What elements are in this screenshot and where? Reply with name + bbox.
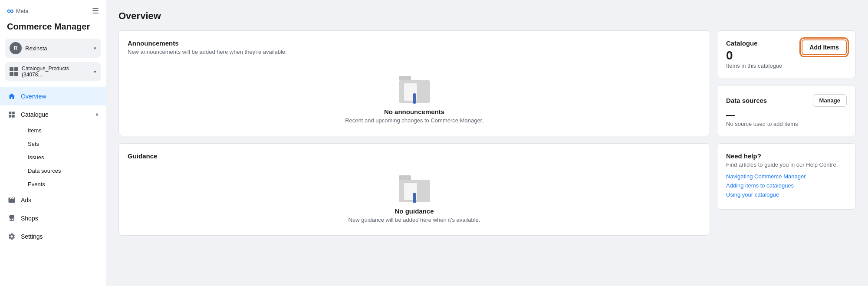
data-sources-title: Data sources	[726, 97, 767, 104]
catalogue-widget: Catalogue 0 Items in this catalogue Add …	[717, 30, 856, 78]
app-title: Commerce Manager	[0, 20, 106, 37]
account-chevron-icon: ▾	[94, 46, 96, 51]
announcements-card: Announcements New announcements will be …	[118, 30, 710, 136]
content-grid: Announcements New announcements will be …	[118, 30, 856, 236]
ads-label: Ads	[21, 197, 31, 204]
sidebar-nav: Overview Catalogue ∧ Items Sets Issues D…	[0, 87, 106, 286]
announcements-empty-state: No announcements Recent and upcoming cha…	[128, 62, 701, 127]
hamburger-icon[interactable]: ☰	[92, 6, 99, 16]
help-link-using[interactable]: Using your catalogue	[726, 191, 847, 198]
manage-button[interactable]: Manage	[813, 94, 847, 107]
sidebar-item-overview[interactable]: Overview	[0, 87, 106, 105]
catalogue-chevron-icon: ▾	[94, 69, 96, 75]
announcements-title: Announcements	[128, 39, 701, 47]
announcements-subtitle: New announcements will be added here whe…	[128, 49, 701, 55]
sidebar-item-ads[interactable]: Ads	[0, 191, 106, 209]
catalogue-sub-items: Items Sets Issues Data sources Events	[0, 124, 106, 191]
help-desc: Find articles to guide you in our Help C…	[726, 161, 847, 168]
avatar: R	[10, 42, 22, 54]
sidebar-item-catalogue[interactable]: Catalogue ∧	[0, 105, 106, 124]
guidance-empty-desc: New guidance will be added here when it'…	[349, 217, 480, 223]
guidance-empty-state: No guidance New guidance will be added h…	[128, 161, 701, 227]
settings-icon	[7, 232, 16, 241]
announcements-illustration	[397, 72, 432, 103]
collapse-icon: ∧	[95, 112, 99, 118]
sidebar: ∞ Meta ☰ Commerce Manager R Rexinsta ▾ C…	[0, 0, 106, 286]
shops-label: Shops	[21, 215, 38, 222]
grid-icon	[10, 67, 18, 76]
left-column: Announcements New announcements will be …	[118, 30, 710, 236]
add-items-button[interactable]: Add Items	[802, 39, 847, 55]
guidance-title: Guidance	[128, 152, 701, 160]
sidebar-item-settings[interactable]: Settings	[0, 227, 106, 246]
account-switcher[interactable]: R Rexinsta ▾	[5, 39, 101, 58]
announcements-empty-desc: Recent and upcoming changes to Commerce …	[345, 117, 483, 124]
sidebar-item-events[interactable]: Events	[21, 178, 106, 191]
sidebar-item-data-sources[interactable]: Data sources	[21, 164, 106, 178]
catalogue-items-label: Items in this catalogue	[726, 62, 847, 69]
meta-wordmark: Meta	[16, 8, 29, 14]
help-title: Need help?	[726, 152, 847, 160]
data-sources-label: No source used to add items	[726, 121, 847, 127]
announcements-empty-title: No announcements	[384, 108, 444, 115]
help-link-navigating[interactable]: Navigating Commerce Manager	[726, 173, 847, 180]
guidance-illustration	[397, 172, 432, 202]
sidebar-header: ∞ Meta ☰	[0, 0, 106, 20]
help-card: Need help? Find articles to guide you in…	[717, 143, 856, 210]
meta-logo-icon: ∞	[7, 5, 13, 16]
help-link-adding[interactable]: Adding items to catalogues	[726, 182, 847, 189]
home-icon	[7, 92, 16, 101]
settings-label: Settings	[21, 233, 43, 240]
meta-logo: ∞ Meta	[7, 5, 29, 16]
ads-icon	[7, 195, 16, 205]
catalogue-switcher[interactable]: Catalogue_Products (34078... ▾	[5, 62, 101, 81]
catalogue-name: Catalogue_Products (34078...	[22, 66, 90, 78]
catalogue-nav-label: Catalogue	[21, 111, 49, 118]
guidance-card: Guidance No guidance New guidance will b…	[118, 143, 710, 236]
right-column: Catalogue 0 Items in this catalogue Add …	[717, 30, 856, 236]
account-name: Rexinsta	[25, 45, 90, 52]
sidebar-item-issues[interactable]: Issues	[21, 151, 106, 164]
sidebar-item-sets[interactable]: Sets	[21, 137, 106, 151]
sidebar-item-shops[interactable]: Shops	[0, 209, 106, 227]
guidance-empty-title: No guidance	[395, 207, 434, 215]
main-content: Overview Announcements New announcements…	[106, 0, 868, 286]
sidebar-item-items[interactable]: Items	[21, 124, 106, 137]
data-sources-widget: Data sources Manage — No source used to …	[717, 85, 856, 136]
shops-icon	[7, 214, 16, 223]
catalogue-icon	[7, 110, 16, 119]
data-sources-dash: —	[726, 110, 847, 119]
page-title: Overview	[118, 10, 856, 22]
data-sources-header: Data sources Manage	[726, 94, 847, 107]
overview-label: Overview	[21, 93, 46, 100]
